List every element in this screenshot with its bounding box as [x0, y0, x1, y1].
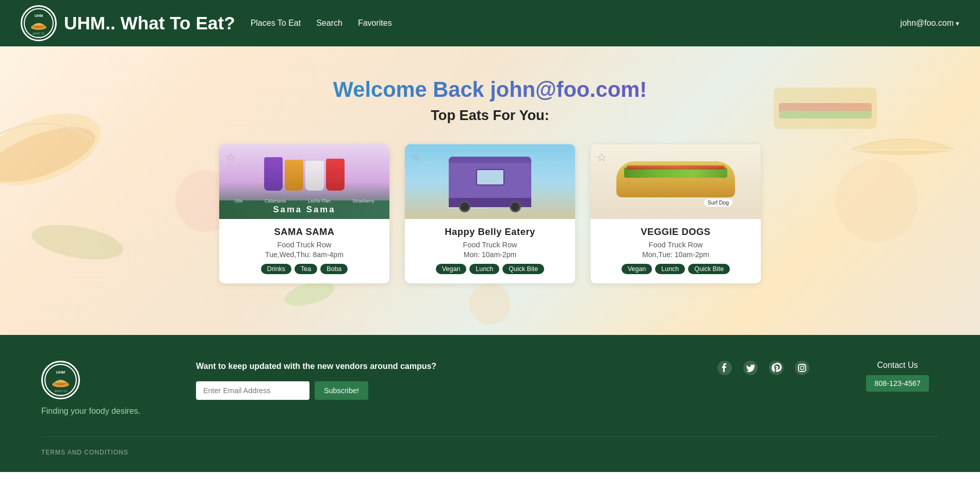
card-location-veggie-dogs: Food Truck Row: [601, 241, 750, 249]
cards-container: ☆ Sama Sama Ube Calamansi L: [10, 144, 970, 283]
card-tags-veggie-dogs: Vegan Lunch Quick Bite: [601, 264, 750, 274]
card-tags-happy-belly: Vegan Lunch Quick Bite: [415, 264, 565, 274]
svg-text:WHAT TO: WHAT TO: [33, 32, 45, 35]
footer-newsletter: Want to keep updated with the new vendor…: [196, 361, 671, 400]
svg-text:UHM: UHM: [56, 370, 65, 375]
svg-text:WHAT TO: WHAT TO: [54, 390, 67, 393]
footer-newsletter-form: Subscribe!: [196, 381, 671, 400]
sama-overlay-label: Sama Sama: [273, 205, 335, 214]
card-hours-veggie-dogs: Mon,Tue: 10am-2pm: [601, 250, 750, 259]
card-location-sama-sama: Food Truck Row: [230, 241, 379, 249]
phone-number: 808-123-4567: [866, 375, 929, 392]
tag-boba: Boba: [320, 264, 348, 274]
nav-link-favorites[interactable]: Favorites: [358, 19, 392, 28]
nav-link-search[interactable]: Search: [316, 19, 342, 28]
footer-top: UHM WHAT TO EAT? Finding your foody desi…: [41, 361, 939, 436]
card-image-veggie-dogs: Surf Dog: [591, 144, 761, 219]
nav-link-places[interactable]: Places To Eat: [251, 19, 301, 28]
footer-logo: UHM WHAT TO EAT?: [41, 361, 80, 399]
footer-brand: UHM WHAT TO EAT? Finding your foody desi…: [41, 361, 155, 416]
favorite-star-happy-belly[interactable]: ☆: [411, 150, 421, 164]
footer-bottom: TERMS AND CONDITIONS: [41, 437, 939, 457]
footer-tagline: Finding your foody desires.: [41, 407, 140, 416]
card-veggie-dogs: ☆ Surf Dog: [591, 144, 761, 283]
card-hours-sama-sama: Tue,Wed,Thu: 8am-4pm: [230, 250, 379, 259]
welcome-heading: Welcome Back john@foo.com!: [10, 77, 970, 102]
footer: UHM WHAT TO EAT? Finding your foody desi…: [0, 335, 980, 472]
card-tags-sama-sama: Drinks Tea Boba: [230, 264, 379, 274]
surf-dog-badge: Surf Dog: [704, 199, 732, 207]
card-sama-sama: ☆ Sama Sama Ube Calamansi L: [219, 144, 389, 283]
instagram-icon[interactable]: [795, 361, 809, 375]
card-body-sama-sama: SAMA SAMA Food Truck Row Tue,Wed,Thu: 8a…: [219, 219, 389, 283]
navbar: UHM WHAT TO EAT? UHM.. What To Eat? Plac…: [0, 0, 980, 46]
footer-social: [712, 361, 815, 375]
tag-tea: Tea: [295, 264, 317, 274]
navbar-user-email: john@foo.com: [901, 19, 954, 28]
card-hours-happy-belly: Mon: 10am-2pm: [415, 250, 565, 259]
svg-point-26: [804, 365, 805, 366]
card-location-happy-belly: Food Truck Row: [415, 241, 565, 249]
navbar-brand[interactable]: UHM WHAT TO EAT? UHM.. What To Eat?: [21, 5, 235, 41]
tag-lunch-2: Lunch: [655, 264, 685, 274]
card-body-happy-belly: Happy Belly Eatery Food Truck Row Mon: 1…: [405, 219, 575, 283]
card-image-sama-sama: Sama Sama Ube Calamansi Leche Flan Straw…: [219, 144, 389, 219]
tag-vegan-1: Vegan: [436, 264, 466, 274]
email-input[interactable]: [196, 381, 309, 400]
svg-point-13: [469, 283, 511, 325]
card-happy-belly: ☆: [405, 144, 575, 283]
svg-point-23: [795, 361, 809, 375]
svg-text:UHM: UHM: [35, 14, 43, 18]
hero-section: Welcome Back john@foo.com! Top Eats For …: [0, 46, 980, 335]
svg-text:EAT?: EAT?: [36, 36, 41, 38]
navbar-logo: UHM WHAT TO EAT?: [21, 5, 57, 41]
favorite-star-sama-sama[interactable]: ☆: [225, 150, 236, 164]
card-title-sama-sama: SAMA SAMA: [230, 226, 379, 238]
tag-lunch-1: Lunch: [469, 264, 499, 274]
card-body-veggie-dogs: VEGGIE DOGS Food Truck Row Mon,Tue: 10am…: [591, 219, 761, 283]
hero-content: Welcome Back john@foo.com! Top Eats For …: [10, 77, 970, 283]
navbar-user-dropdown[interactable]: john@foo.com: [901, 19, 959, 28]
favorite-star-veggie-dogs[interactable]: ☆: [597, 150, 607, 164]
subscribe-button[interactable]: Subscribe!: [315, 381, 368, 400]
svg-text:EAT?: EAT?: [58, 394, 63, 396]
tag-drinks: Drinks: [261, 264, 291, 274]
footer-contact-title: Contact Us: [856, 361, 939, 370]
card-title-veggie-dogs: VEGGIE DOGS: [601, 226, 750, 238]
terms-link[interactable]: TERMS AND CONDITIONS: [41, 449, 128, 456]
navbar-brand-title: UHM.. What To Eat?: [64, 13, 235, 33]
tag-vegan-2: Vegan: [622, 264, 652, 274]
tag-quickbite-1: Quick Bite: [502, 264, 544, 274]
footer-contact: Contact Us 808-123-4567: [856, 361, 939, 392]
top-eats-subtitle: Top Eats For You:: [10, 107, 970, 124]
footer-newsletter-title: Want to keep updated with the new vendor…: [196, 361, 671, 372]
twitter-icon[interactable]: [743, 361, 758, 375]
tag-quickbite-2: Quick Bite: [688, 264, 730, 274]
pinterest-icon[interactable]: [769, 361, 783, 375]
facebook-icon[interactable]: [717, 361, 732, 375]
card-title-happy-belly: Happy Belly Eatery: [415, 226, 565, 238]
card-image-happy-belly: [405, 144, 575, 219]
navbar-links: Places To Eat Search Favorites: [251, 19, 392, 28]
